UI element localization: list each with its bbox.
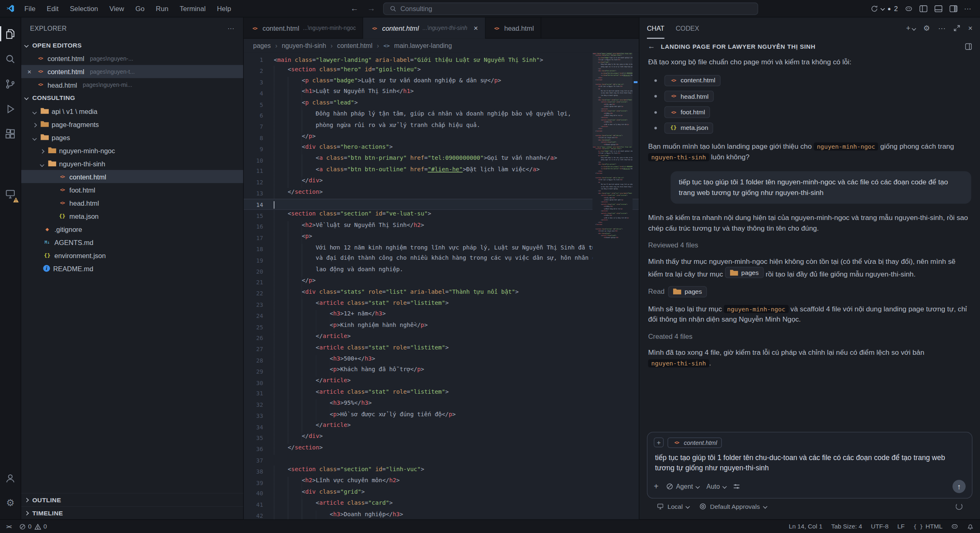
menu-help[interactable]: Help (212, 3, 236, 13)
editor-tab-head.html[interactable]: <>head.html (485, 18, 541, 39)
code-line-16[interactable]: 16<h2>Về luật sư Nguyễn Thị Sinh</h2> (244, 221, 639, 232)
nav-back-icon[interactable]: ← (349, 4, 360, 13)
encoding-setting[interactable]: UTF-8 (871, 523, 889, 530)
breadcrumb-item[interactable]: pages (253, 42, 271, 49)
code-line-6[interactable]: 6Đồng hành pháp lý tận tâm, giúp cá nhân… (244, 110, 639, 121)
open-editor-content.html[interactable]: <>content.htmlpages\nguyen-... (21, 52, 243, 65)
tree-file-content.html[interactable]: <>content.html (21, 170, 243, 183)
agent-mode-dropdown[interactable]: Agent (666, 483, 699, 490)
folder-chip-pages[interactable]: pages (668, 286, 707, 297)
code-line-15[interactable]: 15<section class="section" id="ve-luat-s… (244, 210, 639, 221)
code-line-18[interactable]: 18Với hơn 12 năm kinh nghiệm trong lĩnh … (244, 243, 639, 254)
tool-step[interactable]: Created 4 files (648, 331, 971, 341)
add-context-button[interactable]: + (654, 438, 664, 447)
explorer-icon[interactable] (0, 21, 21, 46)
tree-folder-apiv1media[interactable]: api \ v1 \ media (21, 104, 243, 118)
open-editor-content.html[interactable]: ×<>content.htmlpages\nguyen-t... (21, 65, 243, 78)
code-line-9[interactable]: 9<div class="hero-actions"> (244, 143, 639, 154)
code-line-33[interactable]: 33<p>Hồ sơ được xử lý đúng tiến độ</p> (244, 410, 639, 421)
environment-dropdown[interactable]: Local (657, 503, 689, 510)
chat-input-box[interactable]: + <> content.html tiếp tục tạo giúp tôi … (647, 431, 973, 499)
indent-setting[interactable]: Tab Size: 4 (831, 523, 862, 530)
menu-view[interactable]: View (104, 3, 129, 13)
tree-folder-nguyen-thi-sinh[interactable]: nguyen-thi-sinh (21, 157, 243, 170)
menu-file[interactable]: File (19, 3, 40, 13)
customize-layout-icon[interactable]: ··· (964, 5, 971, 12)
toggle-secondary-sidebar-icon[interactable] (949, 5, 957, 12)
code-line-31[interactable]: 31<article class="stat" role="listitem"> (244, 388, 639, 399)
file-chip-content.html[interactable]: <>content.html (654, 75, 971, 86)
run-debug-icon[interactable] (0, 96, 21, 121)
tree-file-README.md[interactable]: iREADME.md (21, 262, 243, 275)
copilot-status-icon[interactable] (951, 523, 958, 530)
code-line-42[interactable]: 42<h3>Doanh nghiệp</h3> (244, 510, 639, 519)
close-editor-icon[interactable]: × (26, 68, 33, 75)
close-chat-icon[interactable]: × (968, 24, 973, 32)
open-editors-header[interactable]: OPEN EDITORS (21, 39, 243, 52)
settings-gear-icon[interactable]: ⚙ (0, 490, 21, 515)
copilot-icon[interactable] (905, 5, 912, 12)
toggle-panel-icon[interactable] (934, 5, 942, 12)
tree-file-AGENTS.md[interactable]: M↓AGENTS.md (21, 236, 243, 249)
remote-indicator[interactable]: >< (6, 523, 11, 529)
chat-settings-gear-icon[interactable]: ⚙ (923, 24, 930, 32)
workspace-root-header[interactable]: CONSULTING (21, 91, 243, 104)
code-line-1[interactable]: 1<main class="lawyer-landing" aria-label… (244, 54, 639, 66)
model-dropdown[interactable]: Auto (706, 483, 726, 490)
notifications-bell-icon[interactable] (967, 523, 974, 530)
eol-setting[interactable]: LF (897, 523, 905, 530)
chat-message-list[interactable]: Đã tạo xong bộ file chuẩn cho page mới v… (640, 54, 980, 426)
open-in-editor-icon[interactable] (965, 43, 972, 50)
tools-sliders-icon[interactable] (733, 483, 740, 490)
menu-selection[interactable]: Selection (65, 3, 103, 13)
menu-edit[interactable]: Edit (42, 3, 64, 13)
tree-folder-pages[interactable]: pages (21, 131, 243, 144)
code-line-30[interactable]: 30</article> (244, 377, 639, 388)
tree-file-environment.json[interactable]: {}environment.json (21, 249, 243, 262)
code-line-24[interactable]: 24<h3>12+ năm</h3> (244, 310, 639, 321)
language-mode[interactable]: { } HTML (913, 523, 942, 530)
menu-go[interactable]: Go (130, 3, 150, 13)
approvals-dropdown[interactable]: Default Approvals (699, 503, 767, 510)
tree-folder-nguyen-minh-ngoc[interactable]: nguyen-minh-ngoc (21, 144, 243, 157)
tree-file-meta.json[interactable]: {}meta.json (21, 209, 243, 222)
code-line-12[interactable]: 12</div> (244, 177, 639, 188)
code-line-8[interactable]: 8</p> (244, 132, 639, 143)
minimap[interactable]: <main class="lawyer-landing" aria-label=… (592, 52, 633, 519)
code-line-2[interactable]: 2<section class="hero" id="gioi-thieu"> (244, 66, 639, 77)
code-line-5[interactable]: 5<p class="lead"> (244, 99, 639, 110)
code-line-22[interactable]: 22<div class="stats" role="list" aria-la… (244, 288, 639, 299)
code-line-3[interactable]: 3<p class="badge">Luật sư tư vấn doanh n… (244, 77, 639, 88)
explorer-more-icon[interactable]: ··· (227, 24, 234, 32)
code-line-41[interactable]: 41<article class="card"> (244, 499, 639, 510)
code-line-20[interactable]: 20lao động và doanh nghiệp. (244, 265, 639, 277)
code-line-7[interactable]: 7phòng ngừa rủi ro và xử lý tranh chấp h… (244, 121, 639, 132)
thread-back-icon[interactable]: ← (647, 42, 655, 50)
source-control-icon[interactable] (0, 71, 21, 96)
tree-file-foot.html[interactable]: <>foot.html (21, 183, 243, 196)
code-line-38[interactable]: 38<section class="section" id="linh-vuc"… (244, 466, 639, 477)
code-line-40[interactable]: 40<div class="grid"> (244, 488, 639, 499)
code-line-34[interactable]: 34</article> (244, 421, 639, 432)
file-chip-head.html[interactable]: <>head.html (654, 91, 971, 102)
timeline-section-header[interactable]: TIMELINE (21, 506, 243, 519)
code-line-21[interactable]: 21</p> (244, 277, 639, 288)
code-line-36[interactable]: 36</section> (244, 444, 639, 455)
cursor-position[interactable]: Ln 14, Col 1 (789, 523, 822, 530)
file-chip-foot.html[interactable]: <>foot.html (654, 107, 971, 118)
code-line-39[interactable]: 39<h2>Lĩnh vực chuyên môn</h2> (244, 477, 639, 488)
new-chat-button[interactable]: + (906, 24, 915, 32)
run-sessions-indicator[interactable]: ● 2 (871, 5, 898, 12)
context-file-chip[interactable]: <> content.html (667, 437, 722, 448)
chat-more-icon[interactable]: ··· (938, 24, 946, 32)
code-editor[interactable]: 1<main class="lawyer-landing" aria-label… (244, 52, 639, 519)
tool-step[interactable]: Reviewed 4 files (648, 240, 971, 250)
expand-chat-icon[interactable] (954, 25, 960, 31)
tree-file-.gitignore[interactable]: ◆.gitignore (21, 222, 243, 236)
tree-file-head.html[interactable]: <>head.html (21, 196, 243, 209)
code-line-25[interactable]: 25<p>Kinh nghiệm hành nghề</p> (244, 321, 639, 332)
code-line-29[interactable]: 29<p>Khách hàng đã hỗ trợ</p> (244, 366, 639, 377)
toggle-sidebar-icon[interactable] (919, 5, 927, 12)
code-line-35[interactable]: 35</div> (244, 433, 639, 444)
code-line-13[interactable]: 13</section> (244, 188, 639, 199)
